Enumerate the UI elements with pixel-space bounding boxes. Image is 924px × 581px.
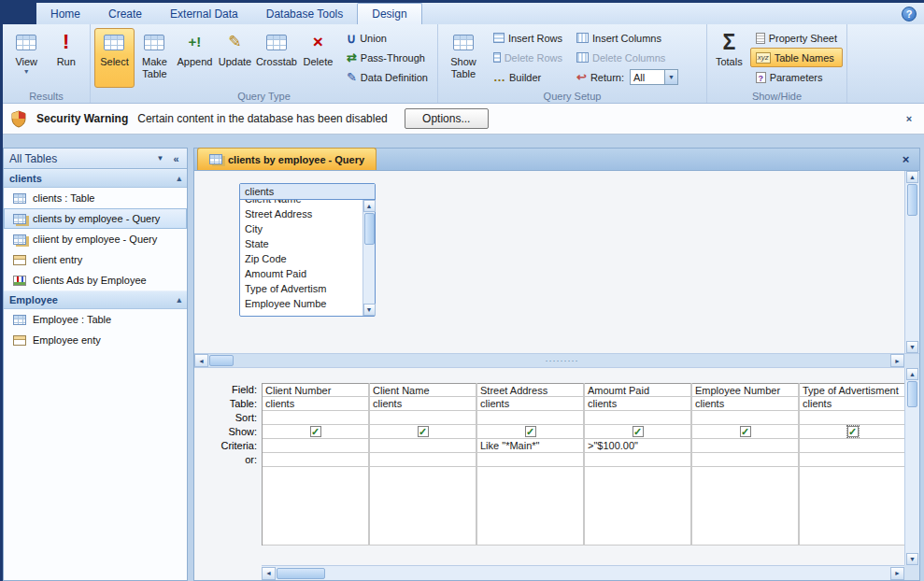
- show-table-button[interactable]: Show Table: [442, 28, 485, 88]
- tab-external-data[interactable]: External Data: [156, 3, 252, 24]
- return-dropdown-icon[interactable]: ▼: [664, 70, 677, 84]
- criteria-cell[interactable]: [692, 439, 799, 453]
- help-icon[interactable]: ?: [902, 7, 917, 21]
- data-definition-button[interactable]: ✎ Data Definition: [341, 67, 434, 87]
- scroll-up-icon[interactable]: ▲: [906, 171, 918, 183]
- sort-cell[interactable]: [477, 411, 584, 425]
- scrollbar-thumb[interactable]: [907, 381, 917, 407]
- field-cell[interactable]: Client Name: [370, 383, 476, 397]
- scroll-up-icon[interactable]: ▲: [906, 368, 918, 380]
- make-table-button[interactable]: Make Table: [135, 28, 175, 88]
- field-cell[interactable]: Employee Number: [692, 383, 799, 397]
- criteria-cell[interactable]: Like "*Main*": [477, 439, 584, 453]
- sort-cell[interactable]: [800, 411, 904, 425]
- field-cell[interactable]: Street Address: [477, 383, 584, 397]
- nav-dropdown-icon[interactable]: ▼: [153, 154, 167, 163]
- scroll-right-icon[interactable]: ►: [890, 354, 904, 367]
- document-close-icon[interactable]: ×: [898, 151, 914, 167]
- nav-item-client-entry[interactable]: client entry: [4, 249, 187, 270]
- or-cell[interactable]: [263, 453, 369, 467]
- field-cell[interactable]: Client Number: [263, 383, 369, 397]
- tab-database-tools[interactable]: Database Tools: [252, 3, 358, 24]
- scrollbar-thumb[interactable]: [907, 184, 917, 216]
- field-item[interactable]: City: [240, 221, 362, 236]
- empty-cell[interactable]: [692, 467, 799, 546]
- field-list-title[interactable]: clients: [240, 184, 375, 200]
- run-button[interactable]: ! Run: [47, 28, 87, 88]
- nav-item-employee-enty[interactable]: Employee enty: [4, 330, 187, 350]
- scroll-down-icon[interactable]: ▼: [363, 304, 376, 316]
- field-item[interactable]: Type of Advertism: [240, 281, 362, 296]
- crosstab-button[interactable]: Crosstab: [255, 28, 298, 88]
- insert-columns-button[interactable]: Insert Columns: [571, 28, 702, 48]
- grid-hscrollbar[interactable]: ◄ ►: [262, 565, 904, 580]
- security-bar-close-icon[interactable]: ×: [902, 111, 917, 126]
- office-button[interactable]: [3, 3, 36, 24]
- options-button[interactable]: Options...: [405, 108, 489, 129]
- nav-group-clients[interactable]: clients ▴: [4, 169, 187, 188]
- return-dropdown[interactable]: All ▼: [630, 69, 678, 85]
- sort-cell[interactable]: [370, 411, 476, 425]
- field-item[interactable]: Street Address: [240, 206, 362, 221]
- builder-button[interactable]: … Builder: [488, 67, 568, 87]
- show-checkbox[interactable]: ✓: [847, 426, 859, 437]
- table-cell[interactable]: clients: [800, 397, 904, 411]
- field-item[interactable]: State: [240, 236, 362, 251]
- empty-cell[interactable]: [370, 467, 476, 546]
- scrollbar-thumb[interactable]: [277, 568, 325, 579]
- show-checkbox[interactable]: ✓: [633, 426, 644, 437]
- union-button[interactable]: ∪ Union: [341, 28, 434, 48]
- pane-splitter-handle[interactable]: ·········: [234, 354, 890, 367]
- delete-rows-button[interactable]: Delete Rows: [488, 48, 568, 67]
- view-dropdown-icon[interactable]: ▼: [23, 68, 30, 76]
- or-cell[interactable]: [585, 453, 691, 467]
- empty-cell[interactable]: [477, 467, 584, 546]
- sort-cell[interactable]: [585, 411, 691, 425]
- field-item[interactable]: Zip Code: [240, 251, 362, 266]
- table-cell[interactable]: clients: [585, 397, 691, 411]
- or-cell[interactable]: [370, 453, 476, 467]
- nav-group-employee[interactable]: Employee ▴: [4, 290, 187, 309]
- scroll-left-icon[interactable]: ◄: [194, 354, 208, 367]
- show-checkbox[interactable]: ✓: [740, 426, 751, 437]
- empty-cell[interactable]: [263, 467, 369, 546]
- nav-item-employee-table[interactable]: Employee : Table: [4, 309, 187, 330]
- tab-design[interactable]: Design: [357, 3, 421, 24]
- select-query-button[interactable]: Select: [94, 28, 135, 88]
- criteria-cell[interactable]: [370, 439, 476, 453]
- scroll-up-icon[interactable]: ▲: [363, 200, 376, 212]
- scrollbar-thumb[interactable]: [209, 355, 234, 366]
- field-item[interactable]: Client Name: [240, 200, 362, 206]
- field-cell[interactable]: Amoumt Paid: [585, 383, 691, 397]
- show-checkbox[interactable]: ✓: [418, 426, 429, 437]
- empty-cell[interactable]: [585, 467, 691, 546]
- criteria-cell[interactable]: [263, 439, 369, 453]
- criteria-cell[interactable]: >"$100.00": [585, 439, 691, 453]
- or-cell[interactable]: [800, 453, 904, 467]
- pass-through-button[interactable]: ⇄ Pass-Through: [341, 48, 434, 67]
- tab-home[interactable]: Home: [36, 3, 94, 24]
- or-cell[interactable]: [477, 453, 584, 467]
- parameters-button[interactable]: ? Parameters: [750, 67, 843, 87]
- empty-cell[interactable]: [800, 467, 904, 546]
- table-cell[interactable]: clients: [692, 397, 799, 411]
- sort-cell[interactable]: [263, 411, 369, 425]
- delete-columns-button[interactable]: Delete Columns: [571, 48, 702, 67]
- property-sheet-button[interactable]: Property Sheet: [750, 28, 843, 48]
- insert-rows-button[interactable]: Insert Rows: [488, 28, 568, 48]
- nav-item-cliient-by-employee-query[interactable]: cliient by employee - Query: [4, 229, 187, 249]
- criteria-cell[interactable]: [800, 439, 904, 453]
- field-cell[interactable]: Type of Advertisment: [800, 383, 904, 397]
- table-cell[interactable]: clients: [477, 397, 584, 411]
- scroll-right-icon[interactable]: ►: [890, 567, 904, 580]
- show-checkbox[interactable]: ✓: [310, 426, 321, 437]
- tab-create[interactable]: Create: [94, 3, 156, 24]
- field-list-scrollbar[interactable]: ▲ ▼: [362, 200, 375, 316]
- document-tab-query[interactable]: clients by employee - Query: [197, 148, 377, 170]
- nav-item-clients-by-employee-query[interactable]: clients by employee - Query: [4, 208, 187, 229]
- scroll-down-icon[interactable]: ▼: [906, 553, 918, 565]
- field-list-clients[interactable]: clients Client Name Street Address City …: [239, 183, 376, 317]
- scroll-left-icon[interactable]: ◄: [262, 567, 276, 580]
- sort-cell[interactable]: [692, 411, 799, 425]
- table-cell[interactable]: clients: [263, 397, 369, 411]
